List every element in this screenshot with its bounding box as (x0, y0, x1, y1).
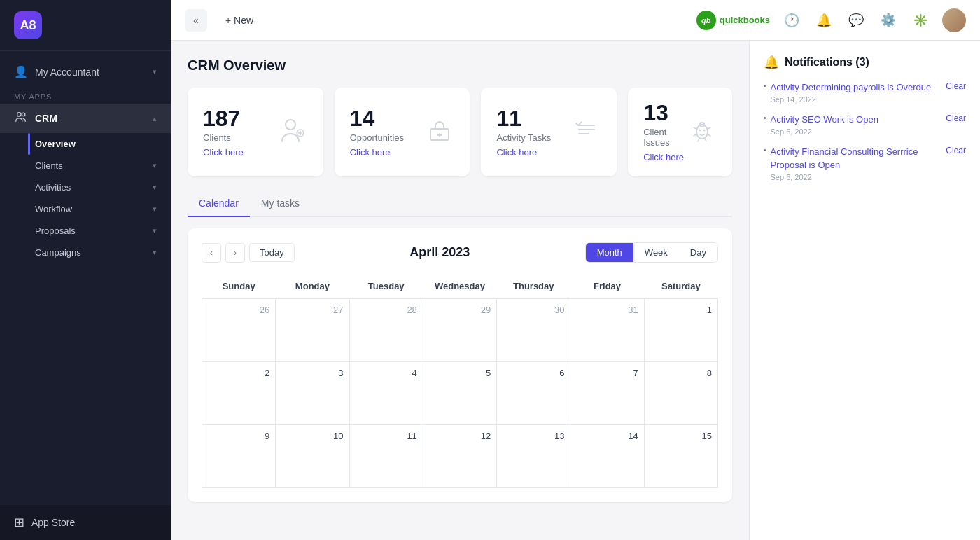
calendar-day-button[interactable]: Day (679, 243, 718, 262)
user-avatar[interactable] (942, 8, 966, 32)
crm-icon (14, 111, 28, 126)
cal-day-8[interactable]: 8 (644, 362, 718, 425)
cal-day-10[interactable]: 10 (276, 425, 349, 488)
svg-point-8 (704, 129, 706, 131)
notifications-title: Notifications (3) (785, 56, 869, 69)
calendar-title: April 2023 (410, 245, 470, 260)
main-container: « + New qb quickbooks 🕐 🔔 💬 ⚙️ ✳️ CRM Ov… (171, 0, 980, 540)
cal-day-2[interactable]: 2 (202, 362, 276, 425)
calendar-today-button[interactable]: Today (249, 243, 295, 262)
theme-icon[interactable]: ✳️ (910, 10, 931, 31)
calendar-next-button[interactable]: › (225, 243, 245, 263)
sidebar-logo: A8 (0, 0, 171, 51)
sidebar-item-my-accountant[interactable]: 👤 My Accountant ▾ (0, 58, 171, 85)
sidebar-item-overview[interactable]: Overview (35, 133, 171, 155)
cal-day-28-prev[interactable]: 28 (349, 299, 423, 362)
sidebar-item-activities[interactable]: Activities ▾ (35, 176, 171, 198)
cal-day-12[interactable]: 12 (423, 425, 496, 488)
chevron-down-icon: ▾ (153, 183, 157, 192)
settings-icon[interactable]: ⚙️ (878, 10, 899, 31)
cal-day-14[interactable]: 14 (570, 425, 644, 488)
bell-icon[interactable]: 🔔 (813, 10, 834, 31)
overview-label: Overview (35, 139, 76, 149)
cal-day-11[interactable]: 11 (349, 425, 423, 488)
tab-my-tasks[interactable]: My tasks (250, 191, 311, 217)
client-issues-icon (687, 115, 717, 150)
cal-day-5[interactable]: 5 (423, 362, 496, 425)
quickbooks-logo[interactable]: qb quickbooks (696, 11, 770, 30)
notif-bullet-3: • (764, 146, 766, 181)
svg-point-0 (18, 113, 21, 116)
notif-bullet-1: • (764, 82, 766, 104)
opportunities-count: 14 (350, 107, 404, 130)
cal-day-26-prev[interactable]: 26 (202, 299, 276, 362)
opportunities-link[interactable]: Click here (350, 147, 404, 158)
notif-clear-1[interactable]: Clear (946, 81, 966, 91)
clients-link[interactable]: Click here (203, 147, 244, 158)
app-logo-icon[interactable]: A8 (14, 11, 42, 39)
activities-label: Activities (35, 182, 71, 193)
clock-icon[interactable]: 🕐 (781, 10, 802, 31)
chevron-down-icon: ▾ (153, 67, 157, 76)
tab-calendar[interactable]: Calendar (188, 191, 250, 217)
sidebar-item-proposals[interactable]: Proposals ▾ (35, 220, 171, 242)
notif-title-2[interactable]: Activity SEO Work is Open (771, 113, 878, 126)
activity-tasks-label: Activity Tasks (496, 132, 551, 143)
notif-clear-3[interactable]: Clear (946, 146, 966, 155)
notification-item-2: • Activity SEO Work is Open Clear Sep 6,… (764, 113, 966, 136)
notif-title-1[interactable]: Activity Determining payrolls is Overdue (771, 81, 932, 94)
activity-tasks-link[interactable]: Click here (496, 147, 551, 158)
app-store-icon: ⊞ (14, 515, 24, 530)
cal-day-29-prev[interactable]: 29 (423, 299, 496, 362)
cal-day-30-prev[interactable]: 30 (497, 299, 570, 362)
notif-bullet-2: • (764, 114, 766, 136)
tabs-bar: Calendar My tasks (188, 191, 732, 217)
chevron-up-icon: ▴ (153, 114, 157, 123)
collapse-button[interactable]: « (185, 9, 207, 32)
cal-day-3[interactable]: 3 (276, 362, 349, 425)
calendar-prev-button[interactable]: ‹ (202, 243, 221, 263)
crm-sub-menu: Overview Clients ▾ Activities ▾ Workflow… (0, 133, 171, 263)
col-tuesday: Tuesday (349, 274, 423, 299)
svg-point-7 (699, 129, 701, 131)
calendar-week-button[interactable]: Week (634, 243, 679, 262)
chat-icon[interactable]: 💬 (846, 10, 867, 31)
chevron-down-icon: ▾ (153, 248, 157, 257)
client-issues-link[interactable]: Click here (643, 152, 687, 162)
cal-day-13[interactable]: 13 (497, 425, 570, 488)
app-store-footer[interactable]: ⊞ App Store (0, 505, 171, 540)
cal-day-15[interactable]: 15 (644, 425, 718, 488)
notifications-header: 🔔 Notifications (3) (764, 55, 966, 70)
notif-clear-2[interactable]: Clear (946, 113, 966, 123)
opportunities-label: Opportunities (350, 132, 404, 143)
calendar-month-button[interactable]: Month (586, 243, 634, 262)
app-store-label: App Store (31, 517, 75, 528)
my-apps-label: MY APPS (0, 85, 171, 104)
cal-day-27-prev[interactable]: 27 (276, 299, 349, 362)
sidebar-item-workflow[interactable]: Workflow ▾ (35, 198, 171, 220)
right-panel: 🔔 Notifications (3) • Activity Determini… (749, 41, 980, 540)
chevron-down-icon: ▾ (153, 226, 157, 235)
cal-day-31-prev[interactable]: 31 (570, 299, 644, 362)
quickbooks-label: quickbooks (720, 15, 770, 25)
accountant-icon: 👤 (14, 65, 28, 78)
notif-date-1: Sep 14, 2022 (771, 95, 966, 104)
notif-date-3: Sep 6, 2022 (771, 173, 966, 181)
new-button[interactable]: + New (217, 11, 262, 30)
cal-day-6[interactable]: 6 (497, 362, 570, 425)
sidebar-item-campaigns[interactable]: Campaigns ▾ (35, 242, 171, 263)
proposals-label: Proposals (35, 226, 76, 236)
cal-day-7[interactable]: 7 (570, 362, 644, 425)
sidebar-item-clients[interactable]: Clients ▾ (35, 155, 171, 176)
cal-day-4[interactable]: 4 (349, 362, 423, 425)
col-monday: Monday (276, 274, 349, 299)
cal-day-9[interactable]: 9 (202, 425, 276, 488)
calendar-nav: ‹ › Today (202, 243, 295, 263)
sidebar-item-crm[interactable]: CRM ▴ (0, 104, 171, 133)
col-wednesday: Wednesday (423, 274, 496, 299)
cal-day-1[interactable]: 1 (644, 299, 718, 362)
topbar-icons: qb quickbooks 🕐 🔔 💬 ⚙️ ✳️ (696, 8, 966, 32)
notif-title-3[interactable]: Activity Financial Consulting Serrrice P… (771, 146, 944, 171)
notif-date-2: Sep 6, 2022 (771, 127, 966, 136)
calendar-week-1: 26 27 28 29 30 31 1 (202, 299, 718, 362)
